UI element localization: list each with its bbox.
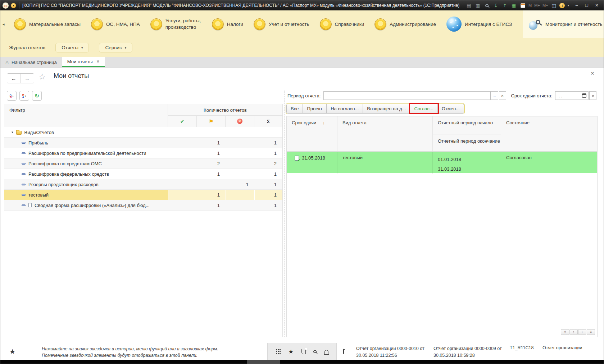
- save-icon[interactable]: [466, 2, 472, 9]
- sort-down-icon: [323, 121, 325, 125]
- filter-approved-button[interactable]: Соглас...: [410, 104, 437, 113]
- tab-my-reports[interactable]: Мои отчеты: [62, 57, 105, 67]
- ribbon-section-monitoring[interactable]: Мониторинг и отчетность: [523, 10, 604, 38]
- tree-row-folder[interactable]: ВидыОтчетов: [4, 127, 282, 138]
- ribbon-section-taxes[interactable]: Налоги: [212, 18, 243, 30]
- panel-splitter[interactable]: [285, 91, 285, 337]
- chevron-down-icon: [81, 46, 83, 50]
- count-cell: 2: [197, 161, 226, 166]
- folder-icon: [16, 131, 22, 135]
- deadline-column-header[interactable]: Срок сдачи: [287, 116, 337, 151]
- history-item[interactable]: Отчет организации 0000-0009 от 30.05.201…: [433, 345, 507, 359]
- calendar-icon: [582, 93, 586, 98]
- period-input[interactable]: [323, 91, 491, 100]
- ribbon-section-services[interactable]: Услуги, работы, производство: [150, 18, 201, 31]
- service-menu-button[interactable]: Сервис: [99, 43, 132, 52]
- back-button[interactable]: ←: [7, 74, 21, 83]
- form-my-reports: ← → Мои отчеты АЯ ЯА Фильтр Количество о…: [0, 68, 604, 343]
- info-icon[interactable]: [559, 3, 565, 8]
- favorites-icon[interactable]: [289, 348, 294, 355]
- print-icon[interactable]: [474, 2, 481, 9]
- tab-home[interactable]: Начальная страница: [0, 57, 62, 67]
- period-clear-button[interactable]: [499, 91, 506, 100]
- close-tab-icon[interactable]: [96, 59, 100, 64]
- tab-bar: Начальная страница Мои отчеты: [0, 57, 604, 68]
- sum-column-header[interactable]: Σ: [254, 116, 282, 127]
- rejected-column-header[interactable]: [226, 116, 254, 127]
- history-item[interactable]: Отчет организации 0000-0010 от 30.05.201…: [356, 345, 430, 359]
- period-filter-row: Период отчета: ... Срок сдачи отчета: . …: [287, 91, 598, 100]
- calculator-icon[interactable]: [510, 2, 517, 9]
- minimize-button[interactable]: [572, 2, 581, 9]
- memory-button[interactable]: [528, 2, 532, 9]
- filter-column-header[interactable]: Фильтр: [4, 104, 168, 127]
- flagged-column-header[interactable]: [197, 116, 226, 127]
- import-icon[interactable]: [492, 2, 499, 9]
- memory-plus-button[interactable]: [534, 2, 540, 9]
- ribbon-section-egisz-integration[interactable]: Интеграция с ЕГИСЗ: [446, 17, 512, 32]
- tree-row[interactable]: Расшифровка федеральных средств 1 1: [4, 169, 282, 179]
- count-cell: 1: [254, 203, 282, 208]
- report-journal-link[interactable]: Журнал отчетов: [9, 45, 45, 50]
- export-icon[interactable]: [501, 2, 508, 9]
- filter-all-button[interactable]: Все: [287, 104, 303, 113]
- ribbon-section-accounting[interactable]: Учет и отчетность: [254, 18, 309, 30]
- tree-row[interactable]: Резервы предстоящих расходов 1 1: [4, 179, 282, 190]
- main-menu-icon[interactable]: [11, 3, 16, 8]
- sort-asc-button[interactable]: АЯ: [7, 91, 17, 101]
- close-button[interactable]: [592, 2, 601, 9]
- calendar-icon[interactable]: [519, 2, 526, 9]
- leaf-icon: [22, 163, 26, 165]
- favorites-hint-text: Нажимайте на значок звездочка в истории,…: [42, 346, 238, 359]
- reports-menu-button[interactable]: Отчеты: [55, 43, 89, 52]
- sort-desc-button[interactable]: ЯА: [19, 91, 29, 101]
- filter-on-approval-button[interactable]: На согласо...: [327, 104, 363, 113]
- forward-button[interactable]: →: [21, 74, 34, 83]
- ribbon-section-references[interactable]: Справочники: [320, 18, 364, 30]
- tree-row[interactable]: Сводная форма расшифровки («Анализ») для…: [4, 200, 282, 211]
- chevron-down-icon[interactable]: [567, 4, 569, 7]
- search-icon[interactable]: [313, 350, 317, 353]
- memory-minus-button[interactable]: [542, 2, 548, 9]
- restore-button[interactable]: [582, 2, 591, 9]
- deadline-calendar-button[interactable]: [580, 91, 589, 100]
- deadline-clear-button[interactable]: [589, 91, 596, 100]
- tree-row[interactable]: Расшифровка по средствам ОМС 2 2: [4, 158, 282, 169]
- status-column-header[interactable]: Состояние: [501, 116, 597, 151]
- collapse-ribbon-icon[interactable]: [3, 22, 5, 27]
- favorite-star-icon[interactable]: [38, 72, 46, 82]
- go-first-button[interactable]: ⇑: [561, 329, 569, 335]
- tree-row[interactable]: Прибыль 1 1: [4, 138, 282, 148]
- approved-column-header[interactable]: [168, 116, 197, 127]
- report-type-column-header[interactable]: Вид отчета: [337, 116, 433, 151]
- tree-row-selected[interactable]: тестовый 1 1: [4, 190, 282, 200]
- filter-returned-button[interactable]: Возвращен на д...: [363, 104, 410, 113]
- report-row-selected[interactable]: 31.05.2018 тестовый 01.01.2018 31.03.201…: [287, 152, 597, 173]
- clear-icon: [501, 93, 504, 98]
- filter-draft-button[interactable]: Проект: [303, 104, 327, 113]
- go-prev-button[interactable]: ↑: [569, 329, 578, 335]
- ribbon-section-administration[interactable]: Администрирование: [374, 18, 436, 30]
- refresh-button[interactable]: [32, 91, 42, 101]
- ribbon-section-os-nma-npa[interactable]: ОС, НМА, НПА: [91, 18, 140, 30]
- close-form-icon[interactable]: [590, 70, 595, 76]
- print-preview-icon[interactable]: [483, 2, 490, 9]
- period-start-column-header[interactable]: Отчетный период начало: [433, 116, 501, 134]
- split-view-icon[interactable]: [550, 2, 557, 9]
- go-last-button[interactable]: ⇓: [587, 329, 595, 335]
- period-choose-button[interactable]: ...: [491, 91, 498, 100]
- count-column-header[interactable]: Количество отчетов: [168, 104, 282, 116]
- count-cell: [226, 190, 254, 200]
- history-icon[interactable]: [301, 349, 306, 354]
- go-next-button[interactable]: ↓: [578, 329, 586, 335]
- deadline-input[interactable]: . .: [555, 91, 580, 100]
- notifications-icon[interactable]: [324, 350, 328, 354]
- count-cell: [168, 190, 197, 200]
- period-end-column-header[interactable]: Отчетный период окончание: [433, 134, 501, 151]
- expander-icon[interactable]: [12, 130, 13, 134]
- tree-row[interactable]: Расшифровка по предпринимательской деяте…: [4, 148, 282, 158]
- filter-cancelled-button[interactable]: Отмен...: [438, 104, 464, 113]
- leaf-icon: [22, 152, 26, 154]
- all-functions-icon[interactable]: [276, 349, 281, 354]
- ribbon-section-material-stocks[interactable]: Материальные запасы: [14, 18, 81, 30]
